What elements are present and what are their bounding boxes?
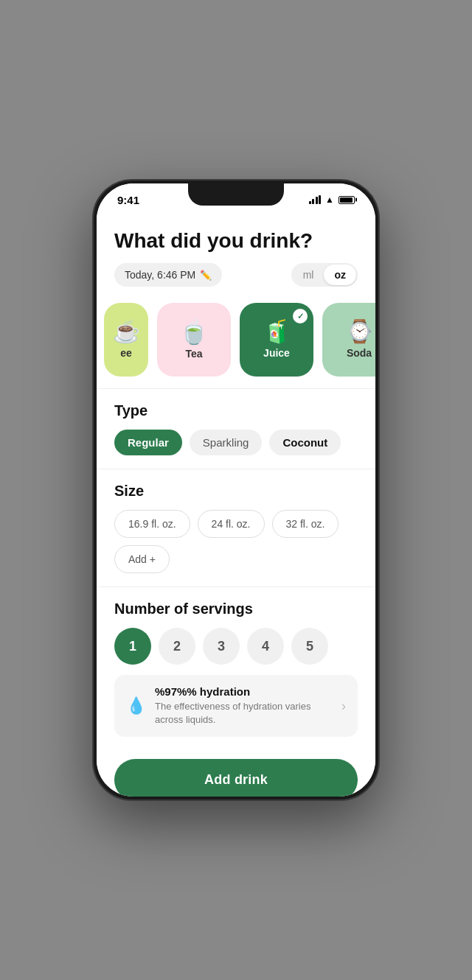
category-item-soda[interactable]: ⌚ Soda [322, 303, 375, 377]
type-chip-coconut[interactable]: Coconut [269, 430, 341, 455]
serving-btn-4[interactable]: 4 [247, 628, 284, 665]
unit-oz-button[interactable]: oz [324, 265, 356, 285]
coffee-label: ee [120, 347, 132, 359]
size-pill-large[interactable]: 32 fl. oz. [272, 510, 339, 538]
juice-icon: 🧃 [263, 321, 291, 343]
selected-check-badge: ✓ [293, 309, 308, 323]
size-pill-small[interactable]: 16.9 fl. oz. [114, 510, 190, 538]
hydration-card[interactable]: 💧 %97%% hydration The effectiveness of h… [114, 675, 358, 737]
type-chip-regular[interactable]: Regular [114, 430, 182, 455]
size-pill-medium[interactable]: 24 fl. oz. [198, 510, 265, 538]
servings-section: Number of servings 1 2 3 4 5 💧 %97%% hyd… [97, 587, 375, 750]
signal-icon [309, 195, 322, 204]
serving-btn-3[interactable]: 3 [203, 628, 240, 665]
wifi-icon: ▲ [325, 195, 334, 205]
type-section-title: Type [114, 402, 358, 419]
datetime-label: Today, 6:46 PM [125, 269, 195, 281]
serving-btn-1[interactable]: 1 [114, 628, 151, 665]
hydration-title: %97%% hydration [155, 685, 333, 698]
status-bar: 9:41 ▲ [97, 183, 375, 216]
status-icons: ▲ [309, 195, 355, 205]
soda-icon: ⌚ [346, 321, 373, 343]
serving-btn-2[interactable]: 2 [159, 628, 195, 665]
datetime-button[interactable]: Today, 6:46 PM ✏️ [114, 263, 222, 287]
size-section-title: Size [114, 483, 358, 500]
serving-btn-5[interactable]: 5 [291, 628, 328, 665]
size-section: Size 16.9 fl. oz. 24 fl. oz. 32 fl. oz. … [97, 469, 375, 587]
juice-label: Juice [263, 347, 290, 359]
header-controls: Today, 6:46 PM ✏️ ml oz [114, 263, 358, 287]
chevron-right-icon: › [341, 699, 346, 714]
add-btn-container: Add drink [97, 750, 375, 797]
type-chips-row: Regular Sparkling Coconut [114, 430, 358, 455]
page-title: What did you drink? [114, 229, 358, 253]
size-pill-add[interactable]: Add + [114, 545, 170, 573]
hydration-text: %97%% hydration The effectiveness of hyd… [155, 685, 333, 727]
notch [188, 183, 284, 206]
add-drink-button[interactable]: Add drink [114, 759, 358, 797]
hydration-drop-icon: 💧 [126, 696, 146, 715]
type-section: Type Regular Sparkling Coconut [97, 388, 375, 469]
page-header: What did you drink? Today, 6:46 PM ✏️ ml… [97, 216, 375, 297]
hydration-description: The effectiveness of hydration varies ac… [155, 700, 333, 727]
category-item-juice[interactable]: ✓ 🧃 Juice [240, 303, 313, 377]
category-scroll: ☕ ee 🍵 Tea ✓ 🧃 Juice ⌚ Soda [97, 297, 375, 388]
servings-row: 1 2 3 4 5 [114, 628, 358, 665]
tea-icon: 🍵 [179, 320, 209, 343]
phone-frame: 9:41 ▲ What did you drink? Today, 6:46 P… [92, 179, 380, 801]
category-item-coffee[interactable]: ☕ ee [104, 303, 148, 377]
soda-label: Soda [347, 347, 372, 359]
unit-ml-button[interactable]: ml [293, 265, 324, 285]
category-item-tea[interactable]: 🍵 Tea [157, 303, 231, 377]
phone-inner: 9:41 ▲ What did you drink? Today, 6:46 P… [97, 183, 375, 797]
tea-label: Tea [185, 348, 202, 360]
servings-section-title: Number of servings [114, 601, 358, 617]
size-row: 16.9 fl. oz. 24 fl. oz. 32 fl. oz. Add + [114, 510, 358, 573]
type-chip-sparkling[interactable]: Sparkling [190, 430, 263, 455]
unit-toggle: ml oz [291, 263, 358, 287]
coffee-icon: ☕ [113, 321, 140, 343]
content-area: What did you drink? Today, 6:46 PM ✏️ ml… [97, 216, 375, 797]
status-time: 9:41 [117, 194, 139, 206]
battery-icon [339, 196, 355, 204]
edit-icon: ✏️ [200, 270, 212, 281]
